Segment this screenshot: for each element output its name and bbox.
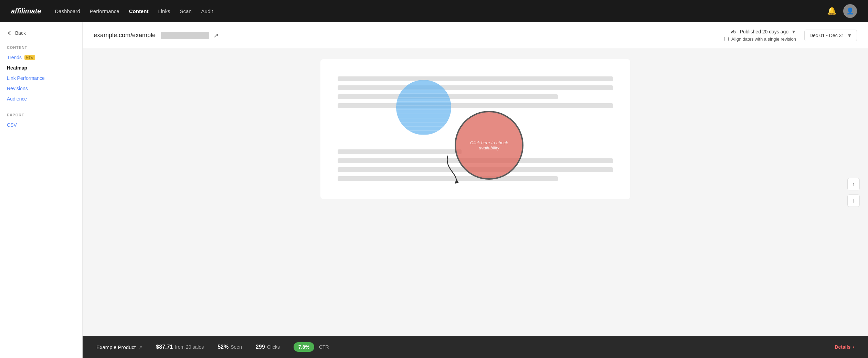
- main-content: example.com/example ↗︎ v5 · Published 20…: [83, 22, 868, 358]
- skeleton-line: [338, 76, 613, 81]
- sidebar-item-link-performance[interactable]: Link Performance: [7, 74, 75, 83]
- svg-marker-0: [455, 179, 459, 184]
- seen-stat: 52% Seen: [218, 344, 242, 350]
- sidebar-item-audience[interactable]: Audience: [7, 94, 75, 103]
- heatmap-area: ↑ ↓: [83, 49, 868, 336]
- nav-scan[interactable]: Scan: [180, 8, 191, 14]
- align-dates-option: Align dates with a single revision: [724, 36, 796, 42]
- nav-dashboard[interactable]: Dashboard: [55, 8, 80, 14]
- scroll-up-icon: ↑: [852, 181, 855, 187]
- nav-links-item[interactable]: Links: [158, 8, 170, 14]
- top-navigation: affilimate Dashboard Performance Content…: [0, 0, 868, 22]
- url-redacted: [161, 32, 209, 39]
- revision-chevron-icon: ▼: [791, 29, 796, 34]
- clicks-stat: 299 Clicks: [256, 344, 280, 350]
- user-avatar[interactable]: 👤: [843, 4, 857, 18]
- back-button[interactable]: Back: [7, 30, 75, 36]
- clicks-label: Clicks: [267, 344, 280, 350]
- scroll-down-button[interactable]: ↓: [847, 194, 860, 207]
- revenue-stat: $87.71 from 20 sales: [156, 344, 204, 350]
- seen-label: Seen: [231, 344, 242, 350]
- content-section-label: CONTENT: [7, 45, 75, 50]
- product-link[interactable]: Example Product ↗: [96, 344, 142, 350]
- clicks-value: 299: [256, 344, 265, 350]
- skeleton-line: [338, 85, 613, 90]
- product-external-icon: ↗: [138, 345, 142, 350]
- export-section-label: EXPORT: [7, 113, 75, 117]
- export-nav: CSV: [7, 120, 75, 129]
- sidebar-item-heatmap[interactable]: Heatmap: [7, 63, 75, 72]
- ctr-label: CTR: [319, 344, 329, 350]
- new-badge: NEW: [24, 55, 35, 60]
- details-chevron-icon: ›: [853, 344, 854, 350]
- heatmap-stripes: [396, 80, 451, 135]
- ctr-badge: 7.8%: [294, 342, 314, 352]
- scroll-controls: ↑ ↓: [847, 178, 860, 207]
- heatmap-circle-label: Click here to check availability: [456, 140, 522, 150]
- sidebar-item-trends[interactable]: Trends NEW: [7, 53, 75, 62]
- align-dates-label: Align dates with a single revision: [731, 36, 796, 42]
- page-preview: Click here to check availability: [320, 59, 630, 199]
- seen-value: 52%: [218, 344, 229, 350]
- revision-dropdown[interactable]: v5 · Published 20 days ago ▼: [731, 29, 796, 34]
- content-nav: Trends NEW Heatmap Link Performance Revi…: [7, 53, 75, 103]
- nav-links: Dashboard Performance Content Links Scan…: [55, 8, 213, 14]
- nav-audit[interactable]: Audit: [201, 8, 213, 14]
- heatmap-bubble-blue: [396, 80, 451, 135]
- bottom-stats-bar: Example Product ↗ $87.71 from 20 sales 5…: [83, 336, 868, 358]
- date-chevron-icon: ▼: [847, 33, 852, 38]
- scroll-up-button[interactable]: ↑: [847, 178, 860, 190]
- back-arrow-icon: [7, 30, 12, 36]
- page-url: example.com/example: [94, 32, 156, 39]
- heatmap-arrow: [437, 152, 472, 187]
- nav-content[interactable]: Content: [129, 8, 149, 14]
- external-link-icon[interactable]: ↗︎: [213, 32, 219, 39]
- revenue-label: from 20 sales: [175, 344, 204, 350]
- revenue-value: $87.71: [156, 344, 173, 350]
- sidebar-item-csv[interactable]: CSV: [7, 120, 75, 129]
- skeleton-line: [338, 103, 613, 108]
- notification-bell-icon[interactable]: 🔔: [827, 7, 836, 15]
- sidebar: Back CONTENT Trends NEW Heatmap Link Per…: [0, 22, 83, 358]
- nav-performance[interactable]: Performance: [90, 8, 119, 14]
- logo[interactable]: affilimate: [11, 7, 41, 15]
- details-button[interactable]: Details ›: [835, 344, 854, 350]
- align-dates-checkbox[interactable]: [724, 37, 729, 41]
- content-header: example.com/example ↗︎ v5 · Published 20…: [83, 22, 868, 49]
- scroll-down-icon: ↓: [852, 198, 855, 204]
- date-range-dropdown[interactable]: Dec 01 - Dec 31 ▼: [804, 30, 857, 41]
- sidebar-item-revisions[interactable]: Revisions: [7, 84, 75, 93]
